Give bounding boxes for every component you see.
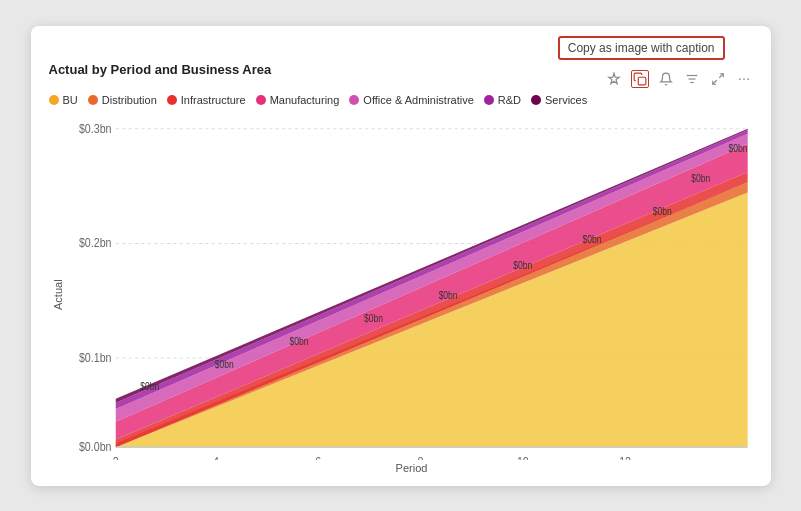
y-axis-label: Actual [49, 116, 67, 474]
svg-text:$0.1bn: $0.1bn [78, 349, 111, 363]
legend-color-dot [256, 95, 266, 105]
legend-item: R&D [484, 94, 521, 106]
svg-point-7 [743, 78, 745, 80]
legend-label: Office & Administrative [363, 94, 473, 106]
legend-color-dot [484, 95, 494, 105]
svg-text:8: 8 [417, 454, 423, 460]
chart-card: Actual by Period and Business Area Copy … [31, 26, 771, 486]
chart-title: Actual by Period and Business Area [49, 62, 272, 77]
svg-text:$0bn: $0bn [513, 259, 532, 271]
legend-color-dot [49, 95, 59, 105]
legend-label: Infrastructure [181, 94, 246, 106]
copy-icon[interactable] [631, 70, 649, 88]
legend-color-dot [349, 95, 359, 105]
legend-color-dot [88, 95, 98, 105]
svg-text:$0bn: $0bn [728, 141, 747, 153]
svg-point-8 [747, 78, 749, 80]
svg-text:$0bn: $0bn [582, 233, 601, 245]
svg-text:$0bn: $0bn [140, 380, 159, 392]
bell-icon[interactable] [657, 70, 675, 88]
legend-item: BU [49, 94, 78, 106]
legend-item: Distribution [88, 94, 157, 106]
chart-area: Actual $0.3bn $0.2bn $0.1bn $0.0bn [49, 116, 753, 474]
area-chart-svg: $0.3bn $0.2bn $0.1bn $0.0bn [71, 116, 753, 460]
filter-icon[interactable] [683, 70, 701, 88]
svg-text:$0bn: $0bn [214, 358, 233, 370]
legend-label: Manufacturing [270, 94, 340, 106]
svg-point-6 [739, 78, 741, 80]
svg-line-4 [719, 73, 723, 77]
legend-label: Distribution [102, 94, 157, 106]
svg-text:$0bn: $0bn [652, 205, 671, 217]
svg-text:2: 2 [112, 454, 118, 460]
svg-line-5 [712, 80, 716, 84]
legend-item: Office & Administrative [349, 94, 473, 106]
svg-text:6: 6 [315, 454, 321, 460]
svg-text:4: 4 [212, 454, 218, 460]
expand-icon[interactable] [709, 70, 727, 88]
legend-item: Services [531, 94, 587, 106]
caption-box[interactable]: Copy as image with caption [558, 36, 725, 60]
svg-text:12: 12 [619, 454, 631, 460]
legend-color-dot [167, 95, 177, 105]
legend: BUDistributionInfrastructureManufacturin… [49, 94, 753, 106]
chart-inner: $0.3bn $0.2bn $0.1bn $0.0bn [71, 116, 753, 474]
legend-label: BU [63, 94, 78, 106]
legend-item: Manufacturing [256, 94, 340, 106]
toolbar-icons [605, 70, 753, 88]
svg-text:$0.0bn: $0.0bn [78, 439, 111, 453]
pin-icon[interactable] [605, 70, 623, 88]
x-axis-title: Period [71, 462, 753, 474]
legend-label: Services [545, 94, 587, 106]
svg-text:$0.2bn: $0.2bn [78, 235, 111, 249]
more-icon[interactable] [735, 70, 753, 88]
svg-text:$0.3bn: $0.3bn [78, 120, 111, 134]
svg-text:$0bn: $0bn [438, 289, 457, 301]
svg-text:$0bn: $0bn [364, 312, 383, 324]
legend-label: R&D [498, 94, 521, 106]
svg-text:$0bn: $0bn [289, 335, 308, 347]
toolbar: Copy as image with caption [605, 42, 753, 88]
legend-color-dot [531, 95, 541, 105]
svg-text:10: 10 [516, 454, 528, 460]
top-bar: Actual by Period and Business Area Copy … [49, 42, 753, 88]
svg-rect-0 [638, 77, 646, 85]
legend-item: Infrastructure [167, 94, 246, 106]
svg-text:$0bn: $0bn [691, 172, 710, 184]
chart-svg-container: $0.3bn $0.2bn $0.1bn $0.0bn [71, 116, 753, 460]
